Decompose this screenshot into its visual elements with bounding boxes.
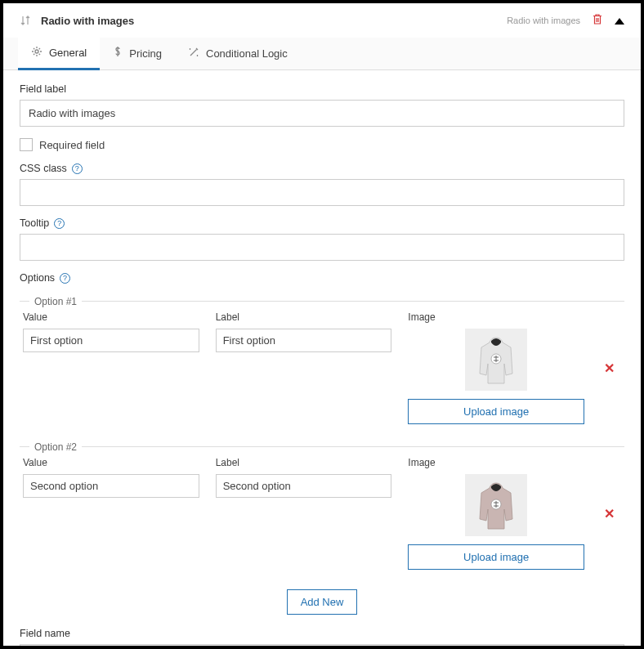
image-preview — [465, 329, 527, 391]
field-label-group: Field label — [20, 83, 624, 127]
option-legend: Option #1 — [29, 296, 82, 307]
value-label: Value — [23, 457, 199, 468]
field-name-group: Field name — [20, 628, 624, 649]
wand-icon — [188, 47, 199, 60]
tooltip-caption: Tooltip — [20, 217, 49, 229]
tabs: General Pricing Conditional Logic — [3, 38, 641, 70]
tooltip-input[interactable] — [20, 234, 624, 261]
remove-option-icon[interactable]: ✕ — [601, 506, 618, 521]
add-new-button[interactable]: Add New — [287, 589, 358, 615]
tab-conditional-logic[interactable]: Conditional Logic — [175, 38, 301, 69]
tooltip-group: Tooltip ? — [20, 217, 624, 261]
image-preview — [465, 474, 527, 536]
upload-image-button[interactable]: Upload image — [408, 399, 584, 424]
help-icon[interactable]: ? — [60, 273, 70, 284]
options-group: Options ? Option #1 Value Label — [20, 272, 624, 615]
option-block: Option #1 Value Label Image — [20, 289, 624, 431]
value-label: Value — [23, 311, 199, 323]
option-legend: Option #2 — [29, 441, 82, 453]
field-name-caption: Field name — [20, 628, 624, 639]
panel-header: Radio with images Radio with images — [3, 3, 641, 38]
tab-general[interactable]: General — [18, 38, 100, 70]
collapse-icon[interactable] — [615, 15, 624, 27]
required-field-row: Required field — [20, 138, 624, 151]
options-caption: Options — [20, 272, 55, 284]
required-field-checkbox[interactable] — [20, 138, 33, 151]
option-block: Option #2 Value Label Image — [20, 434, 624, 576]
option-value-input[interactable] — [23, 329, 199, 352]
svg-marker-0 — [615, 18, 624, 25]
required-field-label: Required field — [39, 139, 105, 151]
css-class-group: CSS class ? — [20, 163, 624, 206]
help-icon[interactable]: ? — [54, 218, 65, 229]
image-label: Image — [408, 457, 584, 468]
panel-title: Radio with images — [41, 15, 507, 27]
help-icon[interactable]: ? — [72, 163, 83, 174]
field-type-label: Radio with images — [507, 16, 580, 25]
svg-point-1 — [35, 50, 38, 53]
option-value-input[interactable] — [23, 474, 199, 498]
trash-icon[interactable] — [592, 13, 603, 28]
field-name-input — [20, 644, 624, 649]
field-label-input[interactable] — [20, 100, 624, 127]
tab-label: General — [49, 47, 87, 59]
label-label: Label — [216, 457, 392, 468]
image-label: Image — [408, 311, 584, 323]
remove-option-icon[interactable]: ✕ — [601, 360, 618, 376]
tab-label: Pricing — [129, 47, 162, 60]
tab-pricing[interactable]: Pricing — [100, 38, 175, 69]
option-label-input[interactable] — [216, 474, 392, 498]
dollar-icon — [113, 47, 123, 60]
drag-handle-icon[interactable] — [20, 15, 31, 26]
field-label-caption: Field label — [20, 83, 624, 95]
upload-image-button[interactable]: Upload image — [408, 544, 584, 570]
css-class-caption: CSS class — [20, 163, 67, 174]
tab-label: Conditional Logic — [206, 47, 288, 60]
gear-icon — [31, 46, 42, 60]
css-class-input[interactable] — [20, 179, 624, 206]
label-label: Label — [216, 311, 392, 323]
option-label-input[interactable] — [216, 329, 392, 352]
